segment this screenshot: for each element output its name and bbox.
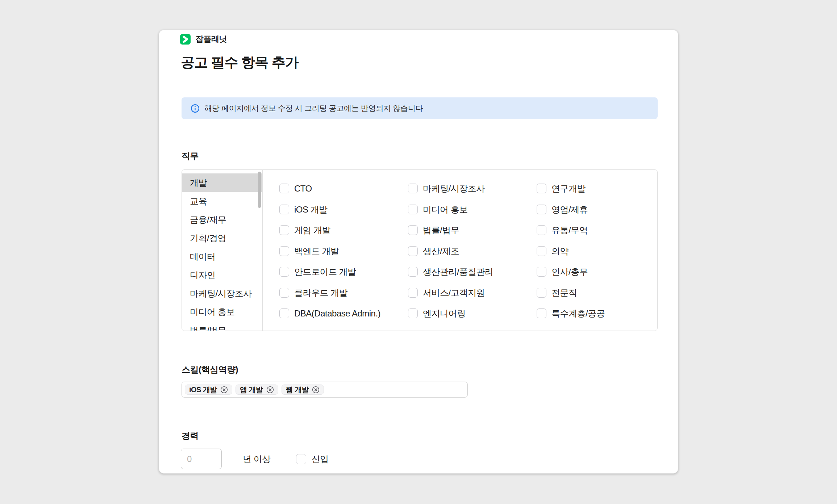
job-role-label: 인사/총무 [551, 267, 588, 277]
job-role-item[interactable]: 미디어 홍보 [408, 205, 493, 214]
job-role-label: CTO [294, 184, 312, 193]
job-role-item[interactable]: 마케팅/시장조사 [408, 184, 493, 193]
job-role-checkbox[interactable] [537, 184, 546, 193]
job-role-column-3: 연구개발 영업/제휴 유통/무역 의약 인사/총무 전문직 특수계층/공공 [537, 184, 605, 318]
form-card: 잡플래닛 공고 필수 항목 추가 해당 페이지에서 정보 수정 시 그리팅 공고… [159, 30, 678, 474]
skill-tag: 웹 개발 [282, 385, 324, 395]
job-role-checkbox[interactable] [408, 267, 418, 277]
job-role-checkbox[interactable] [279, 308, 289, 318]
job-role-item[interactable]: 의약 [537, 246, 605, 256]
job-role-checkbox[interactable] [279, 205, 289, 214]
skill-tag-label: iOS 개발 [189, 385, 217, 395]
job-category-item-finance[interactable]: 금융/재무 [182, 210, 262, 229]
job-role-label: 생산관리/품질관리 [423, 267, 493, 277]
remove-tag-icon[interactable] [266, 386, 274, 394]
remove-tag-icon[interactable] [220, 386, 228, 394]
category-scrollbar-thumb[interactable] [258, 172, 261, 208]
job-role-item[interactable]: 게임 개발 [279, 225, 380, 235]
job-role-item[interactable]: 엔지니어링 [408, 308, 493, 318]
job-category-item-data[interactable]: 데이터 [182, 247, 262, 266]
job-role-checkbox[interactable] [279, 288, 289, 298]
skill-tags-input[interactable]: iOS 개발 앱 개발 웹 개발 [182, 382, 468, 398]
job-role-checkbox[interactable] [408, 308, 418, 318]
job-category-item-dev[interactable]: 개발 [182, 173, 262, 192]
job-role-column-1: CTO iOS 개발 게임 개발 백엔드 개발 안드로이드 개발 클라우드 개발… [279, 184, 380, 318]
job-role-checkbox[interactable] [537, 205, 546, 214]
job-role-item[interactable]: 안드로이드 개발 [279, 267, 380, 277]
job-role-item[interactable]: 전문직 [537, 288, 605, 298]
page-title: 공고 필수 항목 추가 [181, 53, 299, 71]
job-role-column-2: 마케팅/시장조사 미디어 홍보 법률/법무 생산/제조 생산관리/품질관리 서비… [408, 184, 493, 318]
job-role-checkbox[interactable] [537, 246, 546, 256]
job-role-item[interactable]: 생산관리/품질관리 [408, 267, 493, 277]
skill-tag: iOS 개발 [185, 385, 232, 395]
job-role-item[interactable]: 특수계층/공공 [537, 308, 605, 318]
job-category-item-education[interactable]: 교육 [182, 192, 262, 210]
job-category-label: 금융/재무 [190, 214, 226, 226]
job-category-item-planning[interactable]: 기획/경영 [182, 229, 262, 247]
job-role-checkbox[interactable] [279, 225, 289, 235]
job-role-checkbox[interactable] [408, 246, 418, 256]
job-role-checkbox[interactable] [537, 288, 546, 298]
brand: 잡플래닛 [180, 34, 227, 45]
job-role-label: DBA(Database Admin.) [294, 308, 380, 318]
notice-text: 해당 페이지에서 정보 수정 시 그리팅 공고에는 반영되지 않습니다 [204, 103, 423, 113]
info-icon [191, 104, 200, 113]
job-role-item[interactable]: DBA(Database Admin.) [279, 308, 380, 318]
job-category-item-legal[interactable]: 법률/법무 [182, 321, 262, 331]
job-category-item-marketing[interactable]: 마케팅/시장조사 [182, 284, 262, 303]
job-role-item[interactable]: 법률/법무 [408, 225, 493, 235]
job-role-checkbox[interactable] [408, 184, 418, 193]
job-role-label: 유통/무역 [551, 225, 588, 235]
remove-tag-icon[interactable] [312, 386, 320, 394]
skill-tag-label: 웹 개발 [286, 385, 309, 395]
job-category-list: 개발 교육 금융/재무 기획/경영 데이터 디자인 마케팅/시장조사 미디어 홍… [182, 170, 263, 331]
job-role-item[interactable]: 백엔드 개발 [279, 246, 380, 256]
job-role-item[interactable]: 생산/제조 [408, 246, 493, 256]
job-role-checkbox[interactable] [408, 288, 418, 298]
job-role-label: 특수계층/공공 [551, 308, 605, 318]
career-unit-label: 년 이상 [243, 453, 271, 465]
job-role-checkbox[interactable] [537, 225, 546, 235]
job-role-item[interactable]: 영업/제휴 [537, 205, 605, 214]
job-role-label: 미디어 홍보 [423, 205, 468, 214]
job-role-label: 서비스/고객지원 [423, 288, 485, 298]
job-role-label: 백엔드 개발 [294, 246, 339, 256]
job-role-checkbox[interactable] [537, 308, 546, 318]
job-role-item[interactable]: 연구개발 [537, 184, 605, 193]
job-role-label: 생산/제조 [423, 246, 459, 256]
job-category-label: 미디어 홍보 [190, 306, 235, 318]
job-role-label: iOS 개발 [294, 205, 328, 214]
job-category-item-media[interactable]: 미디어 홍보 [182, 303, 262, 321]
job-role-label: 클라우드 개발 [294, 288, 347, 298]
career-section-label: 경력 [182, 431, 199, 441]
job-category-label: 교육 [190, 196, 207, 207]
job-role-label: 전문직 [551, 288, 577, 298]
job-role-label: 마케팅/시장조사 [423, 184, 485, 193]
job-role-item[interactable]: iOS 개발 [279, 205, 380, 214]
job-role-checkbox[interactable] [279, 267, 289, 277]
job-role-label: 게임 개발 [294, 225, 330, 235]
job-picker: 개발 교육 금융/재무 기획/경영 데이터 디자인 마케팅/시장조사 미디어 홍… [182, 169, 658, 331]
job-category-label: 디자인 [190, 269, 216, 281]
job-role-item[interactable]: 인사/총무 [537, 267, 605, 277]
newbie-label: 신입 [312, 453, 329, 465]
job-role-item[interactable]: 서비스/고객지원 [408, 288, 493, 298]
job-role-checkbox[interactable] [279, 184, 289, 193]
job-role-checkbox[interactable] [279, 246, 289, 256]
skill-tag: 앱 개발 [236, 385, 278, 395]
job-role-checkbox[interactable] [408, 205, 418, 214]
job-role-item[interactable]: 유통/무역 [537, 225, 605, 235]
job-role-label: 법률/법무 [423, 225, 459, 235]
job-role-item[interactable]: 클라우드 개발 [279, 288, 380, 298]
job-role-label: 엔지니어링 [423, 308, 466, 318]
job-role-checkbox[interactable] [537, 267, 546, 277]
newbie-checkbox[interactable] [296, 454, 306, 464]
job-category-item-design[interactable]: 디자인 [182, 266, 262, 284]
job-role-checkbox[interactable] [408, 225, 418, 235]
job-role-item[interactable]: CTO [279, 184, 380, 193]
job-section-label: 직무 [182, 151, 199, 161]
job-role-label: 영업/제휴 [551, 205, 588, 214]
career-years-input[interactable] [181, 449, 222, 469]
job-role-label: 안드로이드 개발 [294, 267, 356, 277]
